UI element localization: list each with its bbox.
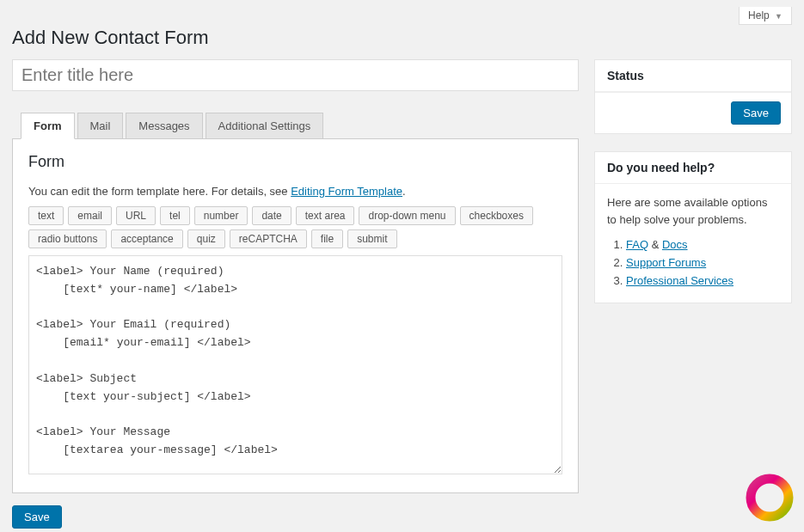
tag-button-acceptance[interactable]: acceptance xyxy=(111,229,182,248)
tab-row: FormMailMessagesAdditional Settings xyxy=(21,112,579,138)
amp-text: & xyxy=(648,238,662,251)
help-toggle-label: Help xyxy=(748,9,770,21)
logo-icon xyxy=(746,474,794,522)
help-box-text: Here are some available options to help … xyxy=(607,194,779,228)
tab-mail[interactable]: Mail xyxy=(77,113,124,139)
status-box-title: Status xyxy=(595,60,791,92)
tag-button-submit[interactable]: submit xyxy=(347,229,396,248)
page-title: Add New Contact Form xyxy=(12,27,792,49)
tag-button-file[interactable]: file xyxy=(311,229,343,248)
tab-form[interactable]: Form xyxy=(21,113,75,139)
tag-button-quiz[interactable]: quiz xyxy=(187,229,225,248)
editing-template-link[interactable]: Editing Form Template xyxy=(291,185,402,198)
form-title-input[interactable] xyxy=(12,59,579,91)
help-list-item: Professional Services xyxy=(626,274,779,287)
save-button-bottom[interactable]: Save xyxy=(12,505,62,529)
tag-button-row: textemailURLtelnumberdatetext areadrop-d… xyxy=(28,206,562,248)
tag-button-checkboxes[interactable]: checkboxes xyxy=(460,206,533,225)
chevron-down-icon: ▼ xyxy=(775,12,783,21)
tag-button-text[interactable]: text xyxy=(28,206,64,225)
svg-point-0 xyxy=(751,479,789,517)
save-button-sidebar[interactable]: Save xyxy=(731,101,781,125)
help-toggle-button[interactable]: Help ▼ xyxy=(739,7,792,25)
tab-messages[interactable]: Messages xyxy=(126,113,202,139)
help-box: Do you need help? Here are some availabl… xyxy=(594,151,792,303)
form-panel: Form You can edit the form template here… xyxy=(12,138,579,493)
tag-button-tel[interactable]: tel xyxy=(160,206,190,225)
tag-button-recaptcha[interactable]: reCAPTCHA xyxy=(230,229,307,248)
status-box: Status Save xyxy=(594,59,792,134)
form-template-textarea[interactable] xyxy=(28,255,562,474)
professional-services-link[interactable]: Professional Services xyxy=(626,274,733,287)
tag-button-email[interactable]: email xyxy=(68,206,112,225)
form-desc-suffix: . xyxy=(402,185,406,198)
tag-button-text-area[interactable]: text area xyxy=(296,206,355,225)
tag-button-date[interactable]: date xyxy=(252,206,291,225)
faq-link[interactable]: FAQ xyxy=(626,238,648,251)
tag-button-radio-buttons[interactable]: radio buttons xyxy=(28,229,107,248)
tab-additional-settings[interactable]: Additional Settings xyxy=(206,113,324,139)
form-desc-prefix: You can edit the form template here. For… xyxy=(28,185,291,198)
docs-link[interactable]: Docs xyxy=(662,238,688,251)
form-panel-heading: Form xyxy=(28,153,562,171)
tag-button-drop-down-menu[interactable]: drop-down menu xyxy=(359,206,455,225)
help-list-item: Support Forums xyxy=(626,256,779,269)
help-link-list: FAQ & Docs Support Forums Professional S… xyxy=(607,238,779,287)
tag-button-number[interactable]: number xyxy=(194,206,249,225)
tag-button-url[interactable]: URL xyxy=(116,206,156,225)
form-panel-description: You can edit the form template here. For… xyxy=(28,185,562,198)
support-forums-link[interactable]: Support Forums xyxy=(626,256,706,269)
help-box-title: Do you need help? xyxy=(595,152,791,184)
help-list-item: FAQ & Docs xyxy=(626,238,779,251)
